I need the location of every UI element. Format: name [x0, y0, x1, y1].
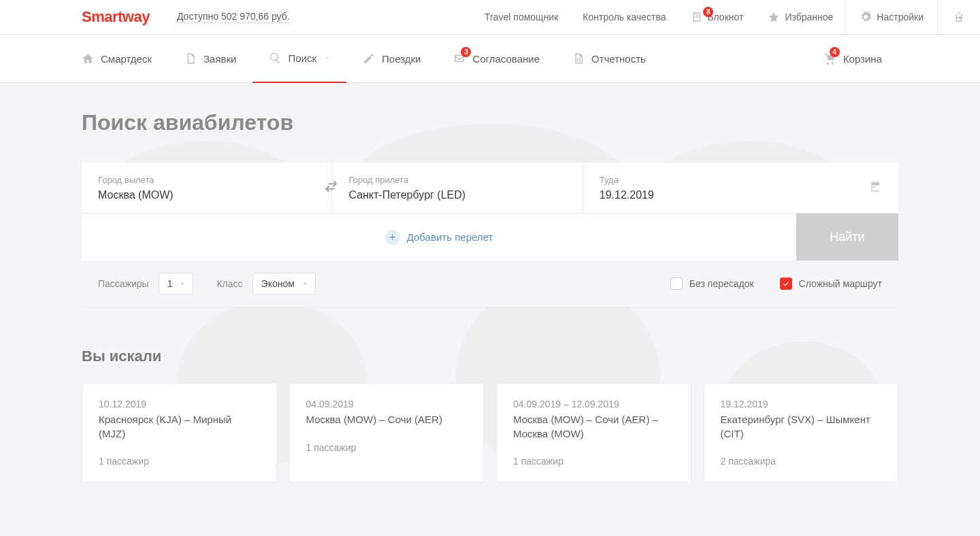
- quality-label: Контроль качества: [583, 12, 666, 22]
- logo[interactable]: Smartway: [82, 8, 150, 26]
- approval-badge: 3: [461, 47, 471, 57]
- doc-icon: [184, 52, 197, 65]
- travel-helper-label: Travel помощник: [485, 12, 558, 22]
- departure-field[interactable]: Город вылета Москва (MOW): [82, 163, 332, 213]
- star-icon: [768, 11, 780, 23]
- checkbox-checked-icon: [780, 278, 792, 290]
- logout-link[interactable]: [937, 0, 980, 35]
- history-pax: 1 пассажир: [513, 456, 674, 467]
- plus-icon: +: [385, 230, 400, 245]
- history-pax: 1 пассажир: [99, 456, 260, 467]
- history-route: Красноярск (KJA) – Мирный (MJZ): [99, 412, 260, 441]
- tab-approval[interactable]: Согласование 3: [437, 35, 556, 83]
- history-card[interactable]: 04.09.2019 – 12.09.2019 Москва (MOW) – С…: [496, 383, 691, 482]
- date-label: Туда: [600, 175, 882, 185]
- complex-route-checkbox[interactable]: Сложный маршрут: [780, 278, 882, 290]
- tab-approval-label: Согласование: [472, 53, 540, 65]
- history-card[interactable]: 10.12.2019 Красноярск (KJA) – Мирный (MJ…: [82, 383, 277, 482]
- chevron-down-icon: [301, 280, 308, 287]
- history-card[interactable]: 19.12.2019 Екатеринбург (SVX) – Шымкент …: [704, 383, 899, 482]
- tab-search[interactable]: Поиск: [252, 35, 346, 83]
- home-icon: [82, 52, 94, 65]
- history-card[interactable]: 04.09.2019 Москва (MOW) – Сочи (AER) 1 п…: [289, 383, 485, 482]
- cart-badge: 4: [830, 47, 840, 57]
- favorites-link[interactable]: Избранное: [755, 0, 845, 35]
- history-pax: 2 пассажира: [721, 456, 882, 467]
- tab-reports-label: Отчетность: [591, 53, 646, 65]
- history-date: 10.12.2019: [99, 399, 260, 409]
- tab-trips[interactable]: Поездки: [346, 35, 437, 83]
- complex-route-label: Сложный маршрут: [799, 278, 882, 289]
- search-icon: [269, 52, 281, 64]
- history-date: 04.09.2019 – 12.09.2019: [513, 399, 674, 409]
- class-value: Эконом: [261, 278, 295, 289]
- notebook-badge: 8: [703, 7, 713, 17]
- calendar-icon: [870, 180, 882, 195]
- checkbox-icon: [670, 278, 683, 290]
- quality-link[interactable]: Контроль качества: [570, 0, 678, 35]
- pencil-icon: [363, 52, 375, 65]
- gear-icon: [860, 11, 872, 23]
- history-date: 04.09.2019: [306, 399, 468, 409]
- main-nav: Смартдеск Заявки Поиск Поездки Согласова…: [0, 35, 980, 83]
- settings-label: Настройки: [877, 12, 924, 22]
- notebook-link[interactable]: Блокнот 8: [679, 0, 756, 35]
- history-route: Москва (MOW) – Сочи (AER) – Москва (MOW): [513, 412, 674, 441]
- history-grid: 10.12.2019 Красноярск (KJA) – Мирный (MJ…: [82, 383, 898, 482]
- class-label: Класс: [216, 278, 242, 289]
- tab-cart[interactable]: Корзина 4: [806, 35, 898, 83]
- settings-link[interactable]: Настройки: [845, 0, 937, 35]
- passengers-select[interactable]: 1: [159, 273, 194, 295]
- history-date: 19.12.2019: [721, 399, 882, 409]
- chevron-down-icon: [179, 280, 186, 287]
- from-label: Город вылета: [98, 175, 315, 185]
- date-value: 19.12.2019: [600, 189, 882, 201]
- search-panel: Город вылета Москва (MOW) Город прилета …: [82, 163, 898, 307]
- no-transfer-label: Без пересадок: [689, 278, 754, 289]
- passengers-label: Пассажиры: [98, 278, 149, 289]
- tab-requests[interactable]: Заявки: [168, 35, 252, 83]
- history-pax: 1 пассажир: [306, 442, 468, 453]
- topbar: Smartway Доступно 502 970,66 руб. Travel…: [0, 0, 980, 35]
- search-button-label: Найти: [830, 230, 864, 244]
- history-title: Вы искали: [82, 348, 898, 365]
- tab-search-label: Поиск: [288, 52, 316, 64]
- arrival-field[interactable]: Город прилета Санкт-Петербург (LED): [332, 163, 583, 213]
- chevron-down-icon: [323, 54, 330, 61]
- swap-cities-button[interactable]: [324, 179, 339, 197]
- history-route: Москва (MOW) – Сочи (AER): [306, 412, 468, 427]
- search-button[interactable]: Найти: [796, 214, 898, 261]
- passengers-value: 1: [167, 278, 173, 289]
- no-transfer-checkbox[interactable]: Без пересадок: [670, 278, 754, 290]
- page-title: Поиск авиабилетов: [82, 110, 898, 135]
- swap-icon: [324, 179, 339, 194]
- tab-cart-label: Корзина: [843, 53, 882, 65]
- add-flight-button[interactable]: + Добавить перелет: [82, 214, 796, 261]
- favorites-label: Избранное: [785, 12, 833, 22]
- class-select[interactable]: Эконом: [252, 273, 316, 295]
- travel-helper-link[interactable]: Travel помощник: [472, 0, 570, 35]
- to-label: Город прилета: [348, 175, 566, 185]
- tab-smartdesk[interactable]: Смартдеск: [82, 35, 168, 83]
- from-value: Москва (MOW): [98, 189, 315, 201]
- tab-requests-label: Заявки: [203, 53, 236, 65]
- balance-link[interactable]: Доступно 502 970,66 руб.: [177, 11, 290, 23]
- tab-reports[interactable]: Отчетность: [556, 35, 662, 83]
- date-field[interactable]: Туда 19.12.2019: [583, 163, 898, 213]
- tab-smartdesk-label: Смартдеск: [101, 53, 152, 65]
- tab-trips-label: Поездки: [382, 53, 421, 65]
- add-flight-label: Добавить перелет: [407, 231, 493, 243]
- history-route: Екатеринбург (SVX) – Шымкент (CIT): [721, 412, 882, 441]
- report-icon: [572, 52, 585, 65]
- logout-icon: [953, 11, 965, 23]
- notebook-icon: [691, 11, 703, 23]
- to-value: Санкт-Петербург (LED): [348, 189, 566, 201]
